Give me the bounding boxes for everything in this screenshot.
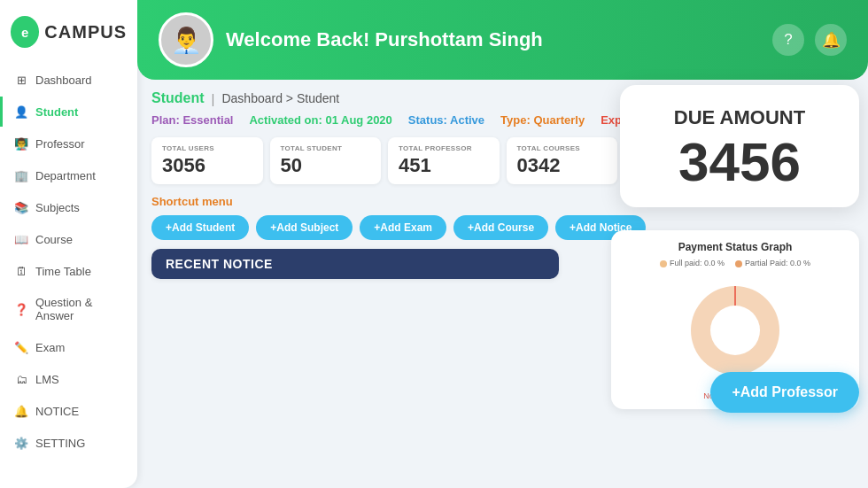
avatar: 👨‍💼	[159, 12, 213, 67]
sidebar-label-course: Course	[35, 233, 73, 246]
sidebar-label-professor: Professor	[35, 137, 85, 151]
header: 👨‍💼 Welcome Back! Purshottam Singh ? 🔔	[137, 0, 868, 80]
notice-table-header: RECENT NOTICE	[151, 249, 559, 279]
breadcrumb-current: Student	[151, 90, 205, 106]
plan-status: Status: Active	[408, 113, 484, 127]
logo-text: CAMPUS	[44, 22, 127, 43]
notice-table: RECENT NOTICE	[151, 249, 559, 279]
sidebar-label-timetable: Time Table	[35, 265, 91, 278]
sidebar-label-department: Department	[35, 169, 96, 182]
notice-icon: 🔔	[14, 404, 28, 418]
due-amount-card: DUE AMOUNT 3456	[620, 85, 859, 207]
due-amount-label: DUE AMOUNT	[645, 106, 834, 129]
plan-type: Type: Quarterly	[500, 113, 585, 127]
sidebar-label-subjects: Subjects	[35, 201, 80, 214]
pie-chart-container	[624, 273, 847, 388]
sidebar-item-course[interactable]: 📖 Course	[0, 224, 132, 254]
department-icon: 🏢	[14, 168, 28, 182]
subjects-icon: 📚	[14, 200, 28, 214]
sidebar-item-timetable[interactable]: 🗓 Time Table	[0, 256, 132, 286]
breadcrumb-path: Dashboard > Student	[221, 91, 339, 105]
student-icon: 👤	[14, 105, 28, 119]
breadcrumb-separator: |	[212, 91, 215, 106]
due-amount-value: 3456	[645, 135, 834, 190]
sidebar-label-setting: SETTING	[35, 437, 85, 450]
qa-icon: ❓	[14, 302, 28, 316]
pie-chart	[678, 273, 793, 388]
header-welcome: Welcome Back! Purshottam Singh	[226, 28, 760, 51]
header-icons: ? 🔔	[772, 24, 847, 56]
sidebar-item-department[interactable]: 🏢 Department	[0, 160, 132, 190]
shortcut-btn-2[interactable]: +Add Exam	[360, 215, 446, 240]
logo-icon: e	[11, 16, 39, 48]
sidebar-label-student: Student	[35, 105, 78, 119]
sidebar-item-professor[interactable]: 👨‍🏫 Professor	[0, 128, 132, 159]
timetable-icon: 🗓	[14, 264, 28, 278]
professor-icon: 👨‍🏫	[14, 136, 28, 151]
stat-box-total-student: TOTAL STUDENT 50	[270, 137, 382, 184]
sidebar-label-exam: Exam	[35, 341, 65, 354]
bell-button[interactable]: 🔔	[815, 24, 847, 56]
add-professor-button[interactable]: +Add Professor	[710, 372, 859, 413]
stat-box-total-professor: TOTAL PROFESSOR 451	[388, 137, 500, 184]
setting-icon: ⚙️	[14, 436, 28, 450]
sidebar-label-qa: Question & Answer	[35, 296, 118, 322]
dashboard-icon: ⊞	[14, 73, 28, 87]
legend-full-paid: Full paid: 0.0 %	[660, 259, 725, 267]
lms-icon: 🗂	[14, 372, 28, 386]
graph-title: Payment Status Graph	[624, 241, 847, 253]
sidebar-item-student[interactable]: 👤 Student	[0, 97, 132, 127]
sidebar-item-setting[interactable]: ⚙️ SETTING	[0, 428, 132, 458]
shortcut-btn-3[interactable]: +Add Course	[453, 215, 548, 240]
sidebar-label-lms: LMS	[35, 373, 59, 386]
shortcut-btn-0[interactable]: +Add Student	[151, 215, 249, 240]
sidebar-item-qa[interactable]: ❓ Question & Answer	[0, 288, 132, 330]
sidebar-item-lms[interactable]: 🗂 LMS	[0, 364, 132, 394]
svg-point-2	[710, 306, 760, 355]
sidebar-nav: ⊞ Dashboard👤 Student👨‍🏫 Professor🏢 Depar…	[0, 60, 137, 462]
exam-icon: ✏️	[14, 340, 28, 354]
logo: e CAMPUS	[0, 0, 137, 60]
sidebar-label-dashboard: Dashboard	[35, 74, 92, 87]
sidebar: e CAMPUS ⊞ Dashboard👤 Student👨‍🏫 Profess…	[0, 0, 137, 488]
sidebar-label-notice: NOTICE	[35, 405, 79, 418]
sidebar-item-notice[interactable]: 🔔 NOTICE	[0, 396, 132, 426]
legend-partial-paid: Partial Paid: 0.0 %	[735, 259, 810, 267]
sidebar-item-subjects[interactable]: 📚 Subjects	[0, 192, 132, 222]
sidebar-item-exam[interactable]: ✏️ Exam	[0, 332, 132, 362]
stat-box-total-courses: TOTAL COURSES 0342	[507, 137, 618, 184]
course-icon: 📖	[14, 232, 28, 246]
sidebar-item-dashboard[interactable]: ⊞ Dashboard	[0, 65, 132, 95]
stat-box-total-users: TOTAL USERS 3056	[151, 137, 263, 184]
graph-legend: Full paid: 0.0 % Partial Paid: 0.0 %	[624, 259, 847, 267]
plan-label: Plan: Essential	[151, 113, 233, 127]
shortcut-btn-1[interactable]: +Add Subject	[256, 215, 353, 240]
plan-activated: Activated on: 01 Aug 2020	[249, 113, 391, 127]
help-button[interactable]: ?	[772, 24, 804, 56]
